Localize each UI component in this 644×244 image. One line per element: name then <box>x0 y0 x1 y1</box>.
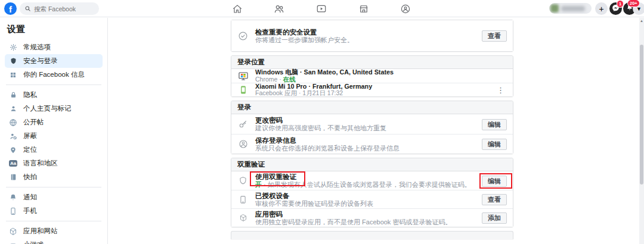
card-header: 双重验证 <box>231 158 513 171</box>
globe-icon <box>8 118 18 127</box>
row-title: 更改密码 <box>255 116 477 124</box>
search-box[interactable] <box>20 2 99 15</box>
sidebar-item-game[interactable]: 小游戏 <box>5 238 103 244</box>
facebook-logo[interactable]: f <box>4 2 17 15</box>
subtitle-text: Facebook 应用 · 1月21日 17:32 <box>255 89 343 96</box>
row-action-button[interactable]: 查看 <box>482 194 507 205</box>
card-header: 登录 <box>231 101 513 114</box>
settings-card: 登录 更改密码 建议你使用高强度密码，不要与其他地方重复 编辑 保存登录信息 系… <box>231 101 513 154</box>
row-title: 检查重要的安全设置 <box>255 28 477 36</box>
settings-content: 检查重要的安全设置 你将通过一些步骤加强帐户安全。 查看 登录位置 Window… <box>231 20 513 243</box>
phone-icon <box>8 207 18 216</box>
groups-icon[interactable] <box>394 2 417 15</box>
next-card-partial <box>231 231 513 239</box>
row-action-button[interactable]: 编辑 <box>482 176 507 187</box>
friends-icon[interactable] <box>267 2 291 15</box>
row-title: 使用双重验证 <box>255 173 477 181</box>
settings-card: 登录位置 Windows 电脑 · San Mateo, CA, United … <box>231 55 513 97</box>
sidebar-item-label: 个人主页与标记 <box>23 104 72 113</box>
settings-row: 检查重要的安全设置 你将通过一些步骤加强帐户安全。 查看 <box>231 20 513 51</box>
sidebar-item-cube[interactable]: 应用和网站 <box>5 224 103 238</box>
scroll-up-arrow[interactable]: ▲ <box>639 18 644 24</box>
sidebar-item-label: 小游戏 <box>23 240 44 244</box>
story-icon <box>8 173 18 182</box>
marketplace-icon[interactable] <box>352 2 376 15</box>
create-button[interactable]: + <box>595 2 608 15</box>
subtitle-text: 系统只会在你选择的浏览器和设备上保存登录信息 <box>255 145 400 152</box>
sidebar-item-label: 公开帖 <box>23 118 44 127</box>
sidebar-item-lock[interactable]: 隐私 <box>5 88 103 102</box>
settings-row: Windows 电脑 · San Mateo, CA, United State… <box>231 69 513 83</box>
sidebar-item-aa[interactable]: Aa 语言和地区 <box>5 157 103 170</box>
sidebar-item-label: 应用和网站 <box>23 227 58 236</box>
sidebar-item-block[interactable]: 屏蔽 <box>5 129 103 143</box>
sidebar-divider <box>6 85 101 85</box>
shield-icon <box>237 176 249 185</box>
androidphone-icon <box>237 85 249 95</box>
grid-icon <box>8 70 18 80</box>
subtitle-text: · 如果发现有人尝试从陌生设备或浏览器登录，我们会要求提供验证码。 <box>262 181 471 188</box>
more-options-icon[interactable]: ⋮ <box>494 86 507 95</box>
sidebar-item-label: 屏蔽 <box>23 132 37 140</box>
sidebar-item-shieldfill[interactable]: 安全与登录 <box>5 54 103 68</box>
sidebar-item-globe[interactable]: 公开帖 <box>5 115 103 129</box>
sidebar-item-label: 快拍 <box>23 173 37 182</box>
sidebar-item-label: 通知 <box>23 193 37 202</box>
windows-icon <box>237 71 249 82</box>
sidebar-divider <box>6 221 101 221</box>
sidebar-item-pin[interactable]: 定位 <box>5 143 103 157</box>
search-input[interactable] <box>34 5 94 12</box>
settings-row: Xiaomi Mi 10 Pro · Frankfurt, Germany Fa… <box>231 83 513 96</box>
block-icon <box>8 132 18 141</box>
messenger-badge: 1 <box>617 0 624 8</box>
home-icon[interactable] <box>225 2 249 15</box>
shieldcheck-icon <box>237 31 249 41</box>
sidebar-item-grid[interactable]: 你的 Facebook 信息 <box>5 68 103 82</box>
lock-icon <box>8 90 18 100</box>
cube-icon <box>237 214 249 222</box>
card-header: 登录位置 <box>231 56 513 69</box>
scrollbar-thumb[interactable] <box>640 45 643 184</box>
sidebar-item-persontag[interactable]: 个人主页与标记 <box>5 102 103 115</box>
settings-sidebar: 设置 常规选项 安全与登录 你的 Facebook 信息 隐私 个人主页与标记 … <box>0 18 108 244</box>
settings-row: 应用密码 使用独立密码登录应用，而不是使用 Facebook 密码或登录验证码。… <box>231 208 513 227</box>
status-text: 开 <box>255 181 262 188</box>
row-action-button[interactable]: 编辑 <box>482 139 507 150</box>
row-action-button[interactable]: 编辑 <box>482 119 507 130</box>
subtitle-text: 审核你不需要使用验证码登录的设备列表 <box>255 200 373 207</box>
notifications-badge: 20+ <box>627 0 640 7</box>
row-subtitle: 使用独立密码登录应用，而不是使用 Facebook 密码或登录验证码。 <box>255 218 477 226</box>
sidebar-item-gear[interactable]: 常规选项 <box>5 40 103 54</box>
row-subtitle: 开 · 如果发现有人尝试从陌生设备或浏览器登录，我们会要求提供验证码。 <box>255 181 477 189</box>
row-subtitle: 审核你不需要使用验证码登录的设备列表 <box>255 200 477 208</box>
watch-icon[interactable] <box>309 2 333 15</box>
row-action-button[interactable]: 查看 <box>482 30 507 42</box>
avatar <box>550 4 559 12</box>
subtitle-text: Chrome · <box>255 76 283 83</box>
page-scrollbar[interactable]: ▲ <box>639 18 644 244</box>
subtitle-text: 你将通过一些步骤加强帐户安全。 <box>255 36 354 43</box>
sidebar-item-story[interactable]: 快拍 <box>5 170 103 184</box>
settings-card: 双重验证 使用双重验证 开 · 如果发现有人尝试从陌生设备或浏览器登录，我们会要… <box>231 158 513 227</box>
plus-icon: + <box>599 5 603 13</box>
key-icon <box>237 120 249 129</box>
sidebar-divider <box>6 187 101 187</box>
row-title: 保存登录信息 <box>255 136 477 145</box>
sidebar-item-label: 手机 <box>23 207 37 215</box>
row-action-button[interactable]: 添加 <box>482 212 507 224</box>
bell-icon <box>8 193 18 202</box>
sidebar-item-label: 语言和地区 <box>23 159 58 168</box>
status-text: 在线 <box>283 76 296 83</box>
row-subtitle: Chrome · 在线 <box>255 76 507 83</box>
game-icon <box>8 240 18 244</box>
subtitle-text: 使用独立密码登录应用，而不是使用 Facebook 密码或登录验证码。 <box>255 218 451 226</box>
row-title: 已授权设备 <box>255 192 477 200</box>
search-icon <box>24 4 31 14</box>
gear-icon <box>8 43 18 52</box>
sidebar-item-bell[interactable]: 通知 <box>5 190 103 204</box>
sidebar-item-label: 常规选项 <box>23 43 51 52</box>
settings-row: 已授权设备 审核你不需要使用验证码登录的设备列表 查看 <box>231 190 513 208</box>
settings-row: 更改密码 建议你使用高强度密码，不要与其他地方重复 编辑 <box>231 114 513 134</box>
sidebar-item-phone[interactable]: 手机 <box>5 204 103 218</box>
profile-pill[interactable] <box>549 3 592 14</box>
